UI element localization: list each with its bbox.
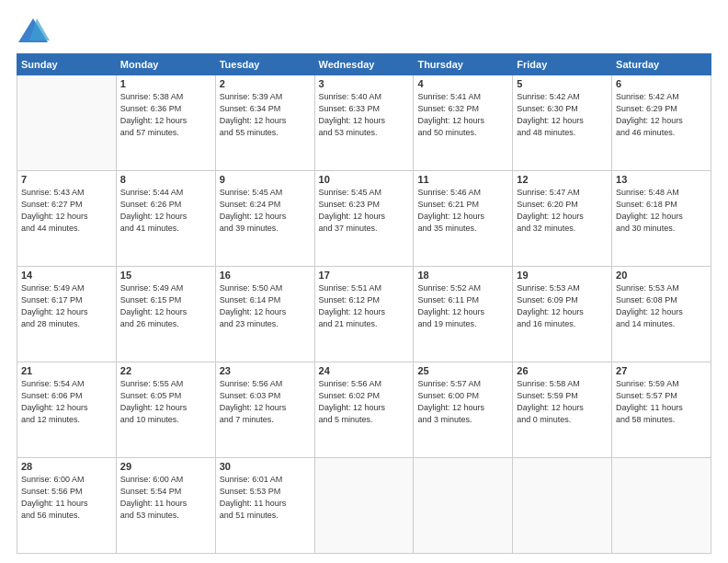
calendar-cell: 15Sunrise: 5:49 AM Sunset: 6:15 PM Dayli…: [116, 267, 215, 362]
calendar-cell: 18Sunrise: 5:52 AM Sunset: 6:11 PM Dayli…: [414, 267, 513, 362]
weekday-header: Saturday: [612, 54, 711, 75]
calendar-cell: 14Sunrise: 5:49 AM Sunset: 6:17 PM Dayli…: [17, 267, 117, 362]
calendar-cell: 30Sunrise: 6:01 AM Sunset: 5:53 PM Dayli…: [215, 458, 314, 554]
calendar-cell: 25Sunrise: 5:57 AM Sunset: 6:00 PM Dayli…: [414, 362, 513, 458]
day-number: 29: [120, 461, 211, 472]
day-info: Sunrise: 5:40 AM Sunset: 6:33 PM Dayligh…: [319, 91, 410, 139]
day-number: 23: [220, 365, 311, 376]
calendar-cell: 21Sunrise: 5:54 AM Sunset: 6:06 PM Dayli…: [17, 362, 117, 458]
calendar-table: SundayMondayTuesdayWednesdayThursdayFrid…: [17, 53, 711, 554]
day-number: 16: [220, 270, 311, 281]
day-number: 3: [319, 78, 410, 89]
day-number: 5: [517, 78, 608, 89]
day-number: 14: [21, 270, 112, 281]
day-number: 6: [616, 78, 707, 89]
calendar-cell: 19Sunrise: 5:53 AM Sunset: 6:09 PM Dayli…: [513, 267, 612, 362]
day-info: Sunrise: 5:54 AM Sunset: 6:06 PM Dayligh…: [21, 378, 112, 426]
day-info: Sunrise: 5:47 AM Sunset: 6:20 PM Dayligh…: [517, 187, 608, 235]
day-info: Sunrise: 5:45 AM Sunset: 6:24 PM Dayligh…: [220, 187, 311, 235]
calendar-cell: 8Sunrise: 5:44 AM Sunset: 6:26 PM Daylig…: [116, 171, 215, 267]
day-number: 1: [120, 78, 211, 89]
day-info: Sunrise: 5:42 AM Sunset: 6:30 PM Dayligh…: [517, 91, 608, 139]
day-info: Sunrise: 5:49 AM Sunset: 6:15 PM Dayligh…: [120, 282, 211, 330]
day-info: Sunrise: 5:57 AM Sunset: 6:00 PM Dayligh…: [417, 378, 508, 426]
calendar-cell: [17, 75, 117, 171]
day-info: Sunrise: 6:00 AM Sunset: 5:54 PM Dayligh…: [120, 474, 211, 522]
day-info: Sunrise: 5:39 AM Sunset: 6:34 PM Dayligh…: [220, 91, 311, 139]
day-number: 26: [517, 365, 608, 376]
day-info: Sunrise: 5:53 AM Sunset: 6:08 PM Dayligh…: [616, 282, 707, 330]
calendar-cell: 24Sunrise: 5:56 AM Sunset: 6:02 PM Dayli…: [314, 362, 414, 458]
day-number: 8: [120, 174, 211, 185]
day-number: 15: [120, 270, 211, 281]
day-number: 12: [517, 174, 608, 185]
page: SundayMondayTuesdayWednesdayThursdayFrid…: [0, 0, 728, 563]
day-info: Sunrise: 6:00 AM Sunset: 5:56 PM Dayligh…: [21, 474, 112, 522]
calendar-cell: 17Sunrise: 5:51 AM Sunset: 6:12 PM Dayli…: [314, 267, 414, 362]
day-number: 25: [417, 365, 508, 376]
weekday-header: Wednesday: [314, 54, 414, 75]
calendar-cell: 2Sunrise: 5:39 AM Sunset: 6:34 PM Daylig…: [215, 75, 314, 171]
day-info: Sunrise: 5:59 AM Sunset: 5:57 PM Dayligh…: [616, 378, 707, 426]
calendar-cell: 3Sunrise: 5:40 AM Sunset: 6:33 PM Daylig…: [314, 75, 414, 171]
logo: [17, 17, 53, 44]
day-number: 7: [21, 174, 112, 185]
day-info: Sunrise: 5:50 AM Sunset: 6:14 PM Dayligh…: [220, 282, 311, 330]
day-number: 2: [220, 78, 311, 89]
day-number: 24: [319, 365, 410, 376]
weekday-header: Sunday: [17, 54, 117, 75]
calendar-week-row: 28Sunrise: 6:00 AM Sunset: 5:56 PM Dayli…: [17, 458, 711, 554]
day-info: Sunrise: 6:01 AM Sunset: 5:53 PM Dayligh…: [220, 474, 311, 522]
day-info: Sunrise: 5:55 AM Sunset: 6:05 PM Dayligh…: [120, 378, 211, 426]
calendar-cell: 28Sunrise: 6:00 AM Sunset: 5:56 PM Dayli…: [17, 458, 117, 554]
day-number: 10: [319, 174, 410, 185]
day-info: Sunrise: 5:53 AM Sunset: 6:09 PM Dayligh…: [517, 282, 608, 330]
weekday-header: Monday: [116, 54, 215, 75]
calendar-cell: 12Sunrise: 5:47 AM Sunset: 6:20 PM Dayli…: [513, 171, 612, 267]
day-info: Sunrise: 5:42 AM Sunset: 6:29 PM Dayligh…: [616, 91, 707, 139]
calendar-header-row: SundayMondayTuesdayWednesdayThursdayFrid…: [17, 54, 711, 75]
day-info: Sunrise: 5:46 AM Sunset: 6:21 PM Dayligh…: [417, 187, 508, 235]
header: [17, 17, 711, 44]
day-info: Sunrise: 5:38 AM Sunset: 6:36 PM Dayligh…: [120, 91, 211, 139]
day-number: 4: [417, 78, 508, 89]
calendar-cell: 9Sunrise: 5:45 AM Sunset: 6:24 PM Daylig…: [215, 171, 314, 267]
calendar-cell: 5Sunrise: 5:42 AM Sunset: 6:30 PM Daylig…: [513, 75, 612, 171]
calendar-cell: 6Sunrise: 5:42 AM Sunset: 6:29 PM Daylig…: [612, 75, 711, 171]
day-info: Sunrise: 5:44 AM Sunset: 6:26 PM Dayligh…: [120, 187, 211, 235]
day-number: 21: [21, 365, 112, 376]
day-info: Sunrise: 5:45 AM Sunset: 6:23 PM Dayligh…: [319, 187, 410, 235]
calendar-cell: 23Sunrise: 5:56 AM Sunset: 6:03 PM Dayli…: [215, 362, 314, 458]
day-number: 20: [616, 270, 707, 281]
calendar-cell: 10Sunrise: 5:45 AM Sunset: 6:23 PM Dayli…: [314, 171, 414, 267]
calendar-cell: [414, 458, 513, 554]
day-number: 11: [417, 174, 508, 185]
calendar-cell: 7Sunrise: 5:43 AM Sunset: 6:27 PM Daylig…: [17, 171, 117, 267]
calendar-week-row: 7Sunrise: 5:43 AM Sunset: 6:27 PM Daylig…: [17, 171, 711, 267]
day-number: 28: [21, 461, 112, 472]
calendar-cell: [314, 458, 414, 554]
calendar-cell: 27Sunrise: 5:59 AM Sunset: 5:57 PM Dayli…: [612, 362, 711, 458]
day-info: Sunrise: 5:58 AM Sunset: 5:59 PM Dayligh…: [517, 378, 608, 426]
calendar-cell: [612, 458, 711, 554]
day-info: Sunrise: 5:51 AM Sunset: 6:12 PM Dayligh…: [319, 282, 410, 330]
day-info: Sunrise: 5:56 AM Sunset: 6:02 PM Dayligh…: [319, 378, 410, 426]
weekday-header: Tuesday: [215, 54, 314, 75]
calendar-cell: 20Sunrise: 5:53 AM Sunset: 6:08 PM Dayli…: [612, 267, 711, 362]
day-info: Sunrise: 5:48 AM Sunset: 6:18 PM Dayligh…: [616, 187, 707, 235]
calendar-week-row: 21Sunrise: 5:54 AM Sunset: 6:06 PM Dayli…: [17, 362, 711, 458]
logo-icon: [17, 17, 50, 44]
calendar-cell: 16Sunrise: 5:50 AM Sunset: 6:14 PM Dayli…: [215, 267, 314, 362]
calendar-cell: [513, 458, 612, 554]
weekday-header: Friday: [513, 54, 612, 75]
day-number: 9: [220, 174, 311, 185]
day-number: 18: [417, 270, 508, 281]
day-number: 22: [120, 365, 211, 376]
calendar-cell: 4Sunrise: 5:41 AM Sunset: 6:32 PM Daylig…: [414, 75, 513, 171]
day-number: 19: [517, 270, 608, 281]
day-number: 27: [616, 365, 707, 376]
weekday-header: Thursday: [414, 54, 513, 75]
day-info: Sunrise: 5:56 AM Sunset: 6:03 PM Dayligh…: [220, 378, 311, 426]
calendar-cell: 22Sunrise: 5:55 AM Sunset: 6:05 PM Dayli…: [116, 362, 215, 458]
day-number: 17: [319, 270, 410, 281]
